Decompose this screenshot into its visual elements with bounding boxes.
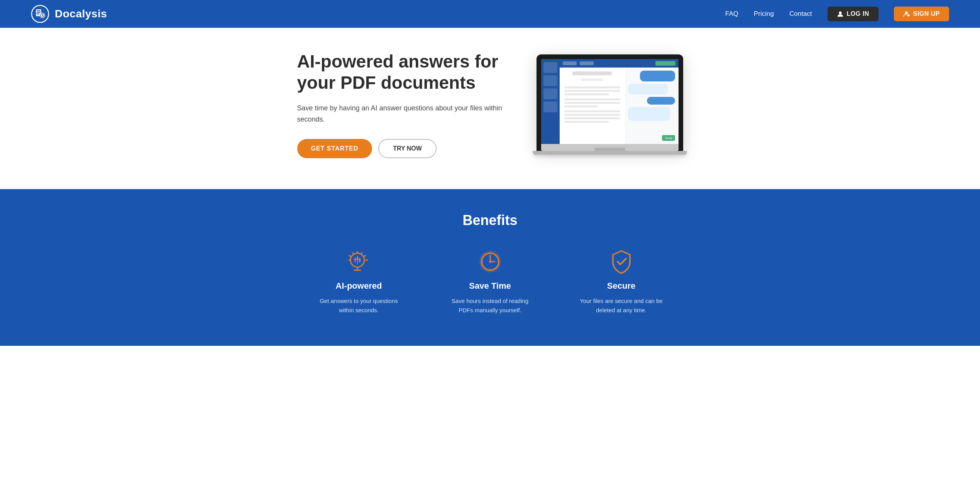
hero-section: AI-powered answers for your PDF document…	[0, 28, 980, 189]
main-nav: FAQ Pricing Contact LOG IN SIGN UP	[725, 7, 949, 21]
benefits-title: Benefits	[31, 212, 949, 228]
svg-rect-3	[37, 12, 41, 13]
benefit-secure: Secure Your files are secure and can be …	[575, 248, 668, 315]
logo[interactable]: Docalysis	[31, 5, 107, 23]
clock-icon	[476, 248, 504, 276]
logo-icon	[31, 5, 49, 23]
benefit-secure-desc: Your files are secure and can be deleted…	[575, 296, 668, 315]
svg-point-9	[839, 12, 841, 14]
benefit-ai-desc: Get answers to your questions within sec…	[313, 296, 405, 315]
benefit-ai-powered: AI-powered Get answers to your questions…	[313, 248, 405, 315]
user-icon	[837, 10, 844, 17]
login-button[interactable]: LOG IN	[828, 7, 878, 21]
screen-send-btn: Send	[662, 135, 675, 141]
benefit-time-name: Save Time	[469, 281, 511, 291]
nav-pricing[interactable]: Pricing	[754, 10, 774, 18]
nav-contact[interactable]: Contact	[789, 10, 812, 18]
benefits-section: Benefits	[0, 189, 980, 346]
svg-point-18	[354, 258, 356, 260]
get-started-button[interactable]: GET STARTED	[297, 139, 372, 158]
header: Docalysis FAQ Pricing Contact LOG IN SIG…	[0, 0, 980, 28]
benefit-ai-name: AI-powered	[336, 281, 382, 291]
hero-text: AI-powered answers for your PDF document…	[297, 51, 506, 158]
benefits-grid: AI-powered Get answers to your questions…	[31, 248, 949, 315]
laptop-mockup: Send	[537, 54, 683, 155]
nav-faq[interactable]: FAQ	[725, 10, 738, 18]
benefit-time-desc: Save hours instead of reading PDFs manua…	[444, 296, 537, 315]
hero-title: AI-powered answers for your PDF document…	[297, 51, 506, 93]
svg-rect-4	[37, 14, 39, 14]
hero-image: Send	[537, 54, 683, 155]
ai-brain-icon	[345, 248, 373, 276]
shield-check-icon	[608, 248, 635, 276]
try-now-button[interactable]: TRY NOW	[378, 139, 437, 158]
signup-button[interactable]: SIGN UP	[894, 7, 949, 21]
hero-subtitle: Save time by having an AI answer questio…	[297, 103, 506, 125]
svg-point-27	[489, 261, 491, 263]
footer-spacer	[0, 346, 980, 354]
hero-buttons: GET STARTED TRY NOW	[297, 139, 506, 158]
benefit-secure-name: Secure	[607, 281, 635, 291]
benefit-save-time: Save Time Save hours instead of reading …	[444, 248, 537, 315]
logo-text: Docalysis	[55, 8, 107, 20]
svg-rect-2	[37, 10, 41, 11]
svg-point-10	[905, 12, 907, 14]
user-plus-icon	[903, 10, 910, 17]
svg-point-19	[356, 257, 358, 259]
svg-point-20	[359, 260, 361, 262]
